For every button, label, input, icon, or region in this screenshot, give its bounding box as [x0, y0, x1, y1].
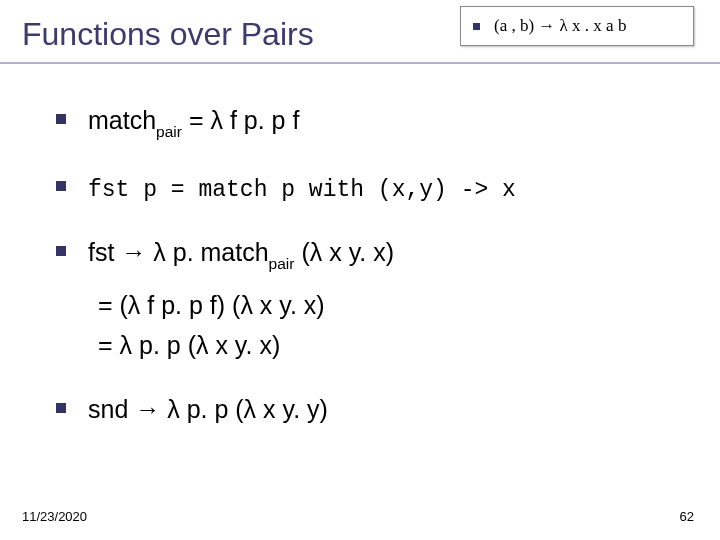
- b1-sub: pair: [156, 123, 182, 140]
- bullet-3-line2: = (λ f p. p f) (λ x y. x): [98, 285, 690, 325]
- bullet-icon: [56, 403, 66, 413]
- inset-formula: (a , b) → λ x . x a b: [494, 16, 626, 36]
- content-area: matchpair = λ f p. p f fst p = match p w…: [56, 104, 690, 457]
- bullet-3-line3: = λ p. p (λ x y. x): [98, 325, 690, 365]
- bullet-4-text: snd → λ p. p (λ x y. y): [88, 393, 328, 427]
- bullet-icon: [56, 246, 66, 256]
- bullet-icon: [473, 23, 480, 30]
- inset-box: (a , b) → λ x . x a b: [460, 6, 694, 46]
- b3-tail: (λ x y. x): [294, 238, 394, 266]
- bullet-1-text: matchpair = λ f p. p f: [88, 104, 299, 141]
- bullet-2-text: fst p = match p with (x,y) -> x: [88, 171, 516, 206]
- bullet-icon: [56, 114, 66, 124]
- bullet-icon: [56, 181, 66, 191]
- bullet-3-text: fst → λ p. matchpair (λ x y. x): [88, 236, 394, 273]
- title-underline: [0, 62, 720, 64]
- b3-lead: fst → λ p. match: [88, 238, 269, 266]
- bullet-4: snd → λ p. p (λ x y. y): [56, 393, 690, 427]
- footer-date: 11/23/2020: [22, 509, 87, 524]
- bullet-3: fst → λ p. matchpair (λ x y. x): [56, 236, 690, 273]
- b2-code: fst p = match p with (x,y) -> x: [88, 177, 516, 203]
- slide: Functions over Pairs (a , b) → λ x . x a…: [0, 0, 720, 540]
- b1-rest: = λ f p. p f: [182, 106, 299, 134]
- page-title: Functions over Pairs: [22, 16, 314, 53]
- bullet-1: matchpair = λ f p. p f: [56, 104, 690, 141]
- b1-part1: match: [88, 106, 156, 134]
- b3-sub: pair: [269, 255, 295, 272]
- footer-page: 62: [680, 509, 694, 524]
- bullet-2: fst p = match p with (x,y) -> x: [56, 171, 690, 206]
